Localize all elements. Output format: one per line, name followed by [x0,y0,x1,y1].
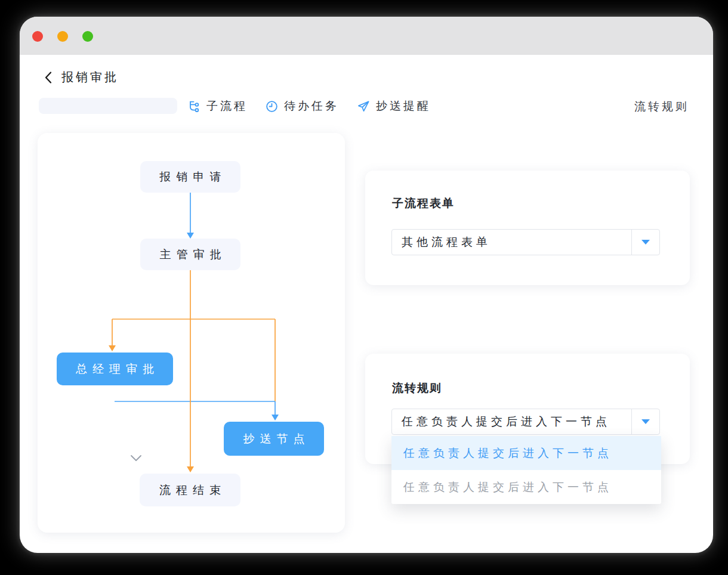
flow-node-label: 主管审批 [155,247,227,262]
flow-node-gm-approval[interactable]: 总经理审批 [57,353,173,385]
app-window: 报销审批 子流程 [20,17,713,553]
flow-node-label: 抄送节点 [238,431,310,447]
flow-rules-select[interactable]: 任意负责人提交后进入下一节点 [391,409,660,435]
select-value: 其他流程表单 [392,234,631,250]
dropdown-option-selected[interactable]: 任意负责人提交后进入下一节点 [391,436,661,470]
flow-node-end[interactable]: 流程结束 [140,474,240,506]
flow-node-label: 流程结束 [154,483,226,498]
select-value: 任意负责人提交后进入下一节点 [392,414,631,429]
minimize-button[interactable] [57,31,68,42]
flow-node-cc[interactable]: 抄送节点 [224,422,324,456]
toolbar: 子流程 待办任务 抄送提醒 流转规则 [20,97,713,116]
close-button[interactable] [32,31,43,42]
toolbar-item-todo[interactable]: 待办任务 [265,98,339,114]
toolbar-item-label: 抄送提醒 [376,98,431,114]
desktop-background: 报销审批 子流程 [0,0,728,575]
clock-icon [265,100,279,113]
flow-connectors [38,133,345,533]
traffic-lights [32,31,93,42]
toolbar-item-subflow[interactable]: 子流程 [187,98,248,114]
subflow-form-panel: 子流程表单 其他流程表单 [365,171,690,285]
flowchart-canvas: 报销申请 主管审批 总经理审批 抄送节点 流程结束 [38,133,345,533]
flow-node-apply[interactable]: 报销申请 [140,161,240,193]
chevron-down-icon [129,453,143,463]
zoom-button[interactable] [82,31,93,42]
toolbar-input[interactable] [39,98,177,114]
subflow-icon [187,100,201,113]
window-titlebar [20,17,713,55]
chevron-left-icon [43,71,54,84]
send-icon [356,100,371,113]
flow-rules-link[interactable]: 流转规则 [634,99,689,115]
toolbar-items: 子流程 待办任务 抄送提醒 [187,97,431,116]
select-caret-button[interactable] [631,409,659,434]
flow-node-label: 总经理审批 [70,361,159,377]
page-header: 报销审批 [42,69,119,85]
page-title: 报销审批 [61,69,119,85]
toolbar-item-label: 待办任务 [284,98,339,114]
toolbar-item-label: 子流程 [206,98,248,114]
flow-node-label: 报销申请 [155,169,227,185]
back-button[interactable] [42,70,55,85]
subflow-form-select[interactable]: 其他流程表单 [391,229,660,255]
caret-down-icon [641,419,650,424]
collapse-branch-button[interactable] [129,453,143,463]
dropdown-option[interactable]: 任意负责人提交后进入下一节点 [391,470,661,504]
flow-node-supervisor-approval[interactable]: 主管审批 [140,239,240,270]
panel-title: 子流程表单 [392,196,455,211]
panel-title: 流转规则 [392,381,442,396]
caret-down-icon [641,240,650,245]
select-caret-button[interactable] [631,230,659,255]
toolbar-item-cc-remind[interactable]: 抄送提醒 [356,98,431,114]
flow-rules-dropdown: 任意负责人提交后进入下一节点 任意负责人提交后进入下一节点 [391,436,661,504]
